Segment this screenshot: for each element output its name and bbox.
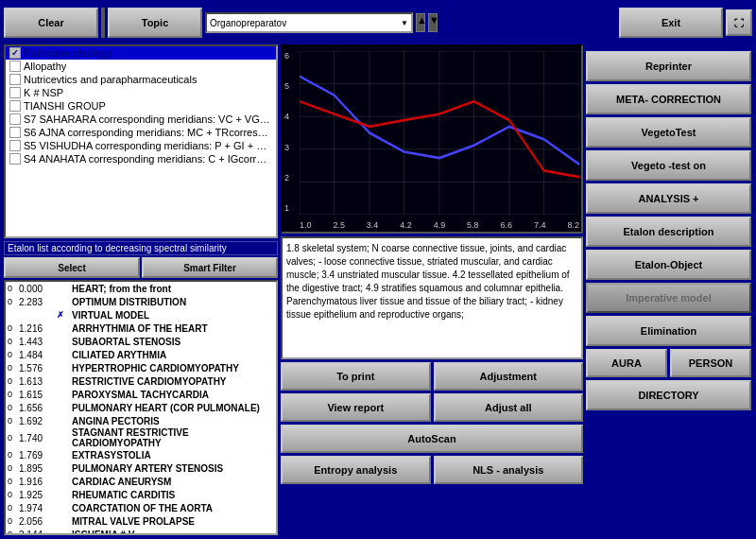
chart-svg xyxy=(300,51,579,215)
action-row-4: Entropy analysis NLS - analysis xyxy=(281,456,583,484)
center-panel: 654321 xyxy=(281,44,583,535)
scroll-btn-down[interactable]: ▼ xyxy=(428,13,438,32)
analysis-plus-button[interactable]: ANALYSIS + xyxy=(586,183,751,214)
middle-row: ✓PathomorphologyAllopathyNutricevtics an… xyxy=(4,44,752,535)
top-row: Clear Topic Organopreparatov ▼ ▲ ▼ Exit … xyxy=(4,4,752,42)
etalon-row[interactable]: 01.613RESTRICTIVE CARDIOMYOPATHY xyxy=(6,374,276,388)
etalon-section: Etalon list according to decreasing spec… xyxy=(4,241,278,535)
organop-dropdown[interactable]: Organopreparatov ▼ xyxy=(205,12,413,33)
chart-y-label: 3 xyxy=(284,143,289,152)
etalon-row[interactable]: ✗VIRTUAL MODEL xyxy=(6,308,276,322)
category-item[interactable]: S5 VISHUDHA corresponding meridians: P +… xyxy=(6,139,276,152)
etalon-row[interactable]: 01.895PULMONARY ARTERY STENOSIS xyxy=(6,461,276,475)
left-panel: ✓PathomorphologyAllopathyNutricevtics an… xyxy=(4,44,278,535)
etalon-row[interactable]: 01.740STAGNANT RESTRICTIVE CARDIOMYOPATH… xyxy=(6,427,276,448)
select-button[interactable]: Select xyxy=(4,257,140,278)
right-panel: Reprinter META- CORRECTION VegetoTest Ve… xyxy=(586,44,751,535)
person-button[interactable]: PERSON xyxy=(670,349,751,377)
category-list[interactable]: ✓PathomorphologyAllopathyNutricevtics an… xyxy=(4,44,278,238)
smart-filter-button[interactable]: Smart Filter xyxy=(142,257,278,278)
vegeto-test-button[interactable]: VegetoTest xyxy=(586,117,751,148)
action-row-1: To print Adjustment xyxy=(281,362,583,391)
chart-y-label: 2 xyxy=(284,173,289,183)
scroll-btn-up[interactable]: ▲ xyxy=(416,13,425,32)
etalon-row[interactable]: 01.925RHEUMATIC CARDITIS xyxy=(6,488,276,501)
chart-y-label: 6 xyxy=(284,51,289,61)
category-item[interactable]: Allopathy xyxy=(6,60,276,73)
main-container: Clear Topic Organopreparatov ▼ ▲ ▼ Exit … xyxy=(0,0,756,539)
chart-y-label: 5 xyxy=(284,81,289,91)
chart-y-label: 1 xyxy=(284,203,289,213)
chart-x-label: 4.2 xyxy=(400,220,412,230)
chart-x-label: 2.5 xyxy=(333,220,345,230)
vegeto-test-on-button[interactable]: Vegeto -test on xyxy=(586,150,751,181)
etalon-row[interactable]: 01.576HYPERTROPHIC CARDIOMYOPATHY xyxy=(6,361,276,374)
etalon-row[interactable]: 01.692ANGINA PECTORIS xyxy=(6,414,276,427)
category-item[interactable]: S7 SAHARARA corresponding meridians: VC … xyxy=(6,113,276,126)
fullscreen-button[interactable]: ⛶ xyxy=(726,9,752,36)
category-item[interactable]: S4 ANAHATA corresponding meridians: C + … xyxy=(6,152,276,165)
etalon-object-button[interactable]: Etalon-Object xyxy=(586,250,751,280)
imperative-model-button[interactable]: Imperative model xyxy=(586,283,751,313)
organop-value: Organopreparatov xyxy=(210,18,286,28)
chart-x-label: 6.6 xyxy=(501,220,513,230)
to-print-button[interactable]: To print xyxy=(281,362,431,391)
action-row-2: View report Adjust all xyxy=(281,393,583,422)
etalon-description-button[interactable]: Etalon description xyxy=(586,217,751,247)
nls-analysis-button[interactable]: NLS - analysis xyxy=(434,456,584,484)
chart-area: 654321 xyxy=(281,44,583,234)
action-buttons: To print Adjustment View report Adjust a… xyxy=(281,362,583,484)
category-item[interactable]: S6 AJNA corresponding meridians: MC + TR… xyxy=(6,126,276,139)
etalon-row[interactable]: 01.615PAROXYSMAL TACHYCARDIA xyxy=(6,388,276,401)
autoscan-button[interactable]: AutoScan xyxy=(281,425,583,453)
etalon-row[interactable]: 02.056MITRAL VALVE PROLAPSE xyxy=(6,514,276,528)
adjust-all-button[interactable]: Adjust all xyxy=(434,393,584,422)
topic-button[interactable]: Topic xyxy=(108,8,202,38)
etalon-row[interactable]: 00.000HEART; from the front xyxy=(6,282,276,295)
chart-x-label: 4.9 xyxy=(434,220,446,230)
etalon-row[interactable]: 01.769EXTRASYSTOLIA xyxy=(6,448,276,461)
aura-button[interactable]: AURA xyxy=(586,349,667,377)
exit-button[interactable]: Exit xyxy=(619,8,723,38)
reprinter-button[interactable]: Reprinter xyxy=(586,51,751,81)
clear-button[interactable]: Clear xyxy=(4,8,98,38)
category-item[interactable]: K # NSP xyxy=(6,86,276,99)
category-item[interactable]: ✓Pathomorphology xyxy=(6,46,276,60)
entropy-analysis-button[interactable]: Entropy analysis xyxy=(281,456,431,484)
category-item[interactable]: TIANSHI GROUP xyxy=(6,99,276,113)
view-report-button[interactable]: View report xyxy=(281,393,431,422)
chart-x-labels: 1.02.53.44.24.95.86.67.48.2 xyxy=(300,220,579,230)
chart-y-labels: 654321 xyxy=(284,51,289,213)
elimination-button[interactable]: Elimination xyxy=(586,316,751,346)
etalon-row[interactable]: 02.283OPTIMUM DISTRIBUTION xyxy=(6,295,276,308)
chart-x-label: 1.0 xyxy=(300,220,312,230)
etalon-row[interactable]: 02.144ISCHEMIA # V xyxy=(6,528,276,535)
chart-x-label: 7.4 xyxy=(534,220,546,230)
aura-person-row: AURA PERSON xyxy=(586,349,751,377)
etalon-row[interactable]: 01.974COARCTATION OF THE AORTA xyxy=(6,501,276,514)
etalon-row[interactable]: 01.916CARDIAC ANEURYSM xyxy=(6,475,276,488)
etalon-list[interactable]: 00.000HEART; from the front02.283OPTIMUM… xyxy=(4,280,278,535)
adjustment-button[interactable]: Adjustment xyxy=(434,362,584,391)
description-box: 1.8 skeletal system; N coarse connective… xyxy=(281,236,583,359)
etalon-row[interactable]: 01.216ARRHYTHMIA OF THE HEART xyxy=(6,322,276,335)
etalon-row[interactable]: 01.484CILIATED ARYTHMIA xyxy=(6,348,276,361)
etalon-controls: Select Smart Filter xyxy=(4,257,278,278)
dropdown-arrow-icon: ▼ xyxy=(401,19,408,27)
etalon-row[interactable]: 01.443SUBAORTAL STENOSIS xyxy=(6,335,276,348)
chart-x-label: 5.8 xyxy=(467,220,479,230)
directory-button[interactable]: DIRECTORY xyxy=(586,380,751,410)
meta-correction-button[interactable]: META- CORRECTION xyxy=(586,84,751,114)
action-row-3: AutoScan xyxy=(281,425,583,453)
category-item[interactable]: Nutricevtics and parapharmaceuticals xyxy=(6,73,276,86)
chart-y-label: 4 xyxy=(284,112,289,121)
chart-x-label: 3.4 xyxy=(367,220,379,230)
etalon-row[interactable]: 01.656PULMONARY HEART (COR PULMONALE) xyxy=(6,401,276,414)
chart-x-label: 8.2 xyxy=(567,220,579,230)
etalon-title: Etalon list according to decreasing spec… xyxy=(4,241,278,255)
